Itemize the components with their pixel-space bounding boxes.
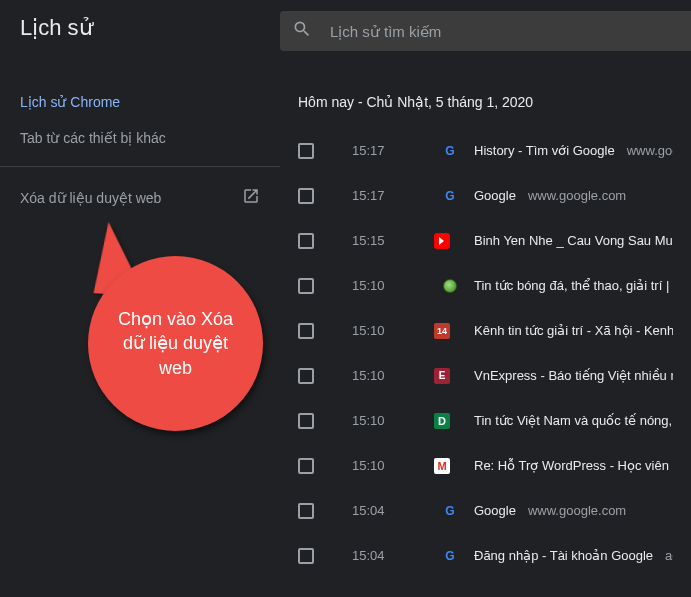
row-domain: www.google.com	[528, 188, 626, 203]
sidebar-separator	[0, 166, 280, 167]
sidebar-item-label: Tab từ các thiết bị khác	[20, 130, 166, 146]
history-row[interactable]: 15:10 14 Kênh tin tức giải trí - Xã hội …	[280, 308, 691, 353]
sidebar-item-label: Xóa dữ liệu duyệt web	[20, 190, 161, 206]
date-heading: Hôm nay - Chủ Nhật, 5 tháng 1, 2020	[280, 84, 691, 128]
favicon-clock-icon	[442, 278, 458, 294]
row-title: Đăng nhập - Tài khoản Google	[474, 548, 653, 563]
history-main: Hôm nay - Chủ Nhật, 5 tháng 1, 2020 15:1…	[280, 56, 691, 597]
row-title: Re: Hỗ Trợ WordPress - Học viên mã số	[474, 458, 673, 473]
row-time: 15:10	[352, 458, 442, 473]
row-checkbox[interactable]	[298, 278, 314, 294]
row-domain: account	[665, 548, 673, 563]
favicon-youtube-icon	[442, 233, 458, 249]
row-text: Google www.google.com	[474, 503, 626, 518]
row-title: VnExpress - Báo tiếng Việt nhiều người x	[474, 368, 673, 383]
callout-text: Chọn vào Xóa dữ liệu duyệt web	[108, 307, 243, 380]
page-title: Lịch sử	[0, 15, 280, 41]
annotation-callout: Chọn vào Xóa dữ liệu duyệt web	[88, 256, 263, 431]
row-domain: www.google.	[627, 143, 673, 158]
row-checkbox[interactable]	[298, 503, 314, 519]
row-checkbox[interactable]	[298, 323, 314, 339]
row-text: Re: Hỗ Trợ WordPress - Học viên mã số	[474, 458, 673, 473]
row-checkbox[interactable]	[298, 143, 314, 159]
row-text: Đăng nhập - Tài khoản Google account	[474, 548, 673, 563]
favicon-google-icon	[442, 548, 458, 564]
favicon-google-icon	[442, 188, 458, 204]
favicon-dan-icon: D	[442, 413, 458, 429]
row-text: Tin tức Việt Nam và quốc tế nóng, nhanh	[474, 413, 673, 428]
history-row[interactable]: 15:15 Binh Yen Nhe _ Cau Vong Sau Mua _ …	[280, 218, 691, 263]
row-text: Binh Yen Nhe _ Cau Vong Sau Mua _ Cao	[474, 233, 673, 248]
favicon-mail-icon	[442, 458, 458, 474]
history-row[interactable]: 15:10 E VnExpress - Báo tiếng Việt nhiều…	[280, 353, 691, 398]
history-row[interactable]: 15:10 D Tin tức Việt Nam và quốc tế nóng…	[280, 398, 691, 443]
open-new-icon	[242, 187, 260, 208]
history-row[interactable]: 15:10 Re: Hỗ Trợ WordPress - Học viên mã…	[280, 443, 691, 488]
row-checkbox[interactable]	[298, 413, 314, 429]
sidebar-item-label: Lịch sử Chrome	[20, 94, 120, 110]
top-bar: Lịch sử	[0, 0, 691, 56]
row-title: Google	[474, 503, 516, 518]
row-checkbox[interactable]	[298, 548, 314, 564]
history-row[interactable]: 15:10 Tin tức bóng đá, thể thao, giải tr…	[280, 263, 691, 308]
row-text: VnExpress - Báo tiếng Việt nhiều người x	[474, 368, 673, 383]
favicon-google-icon	[442, 143, 458, 159]
row-checkbox[interactable]	[298, 458, 314, 474]
sidebar-item-other-devices[interactable]: Tab từ các thiết bị khác	[0, 120, 280, 156]
search-container[interactable]	[280, 11, 691, 51]
search-icon	[292, 19, 312, 43]
sidebar-item-clear-data[interactable]: Xóa dữ liệu duyệt web	[0, 177, 280, 218]
row-title: History - Tìm với Google	[474, 143, 615, 158]
history-row[interactable]: 15:17 Google www.google.com	[280, 173, 691, 218]
row-checkbox[interactable]	[298, 188, 314, 204]
row-time: 15:10	[352, 278, 442, 293]
row-domain: www.google.com	[528, 503, 626, 518]
row-title: Kênh tin tức giải trí - Xã hội - Kenh14.…	[474, 323, 673, 338]
row-checkbox[interactable]	[298, 368, 314, 384]
row-time: 15:10	[352, 368, 442, 383]
row-text: Tin tức bóng đá, thể thao, giải trí | Đọ…	[474, 278, 673, 293]
row-time: 15:15	[352, 233, 442, 248]
row-time: 15:10	[352, 413, 442, 428]
history-row[interactable]: 15:04 Google www.google.com	[280, 488, 691, 533]
row-time: 15:17	[352, 188, 442, 203]
sidebar: Lịch sử Chrome Tab từ các thiết bị khác …	[0, 56, 280, 597]
row-text: Kênh tin tức giải trí - Xã hội - Kenh14.…	[474, 323, 673, 338]
row-title: Tin tức bóng đá, thể thao, giải trí | Đọ…	[474, 278, 673, 293]
row-title: Google	[474, 188, 516, 203]
history-row[interactable]: 15:04 Đăng nhập - Tài khoản Google accou…	[280, 533, 691, 578]
history-row[interactable]: 15:17 History - Tìm với Google www.googl…	[280, 128, 691, 173]
row-text: History - Tìm với Google www.google.	[474, 143, 673, 158]
row-title: Binh Yen Nhe _ Cau Vong Sau Mua _ Cao	[474, 233, 673, 248]
row-time: 15:04	[352, 548, 442, 563]
favicon-vne-icon: E	[442, 368, 458, 384]
sidebar-item-chrome-history[interactable]: Lịch sử Chrome	[0, 84, 280, 120]
row-time: 15:10	[352, 323, 442, 338]
row-text: Google www.google.com	[474, 188, 626, 203]
row-time: 15:17	[352, 143, 442, 158]
row-checkbox[interactable]	[298, 233, 314, 249]
favicon-google-icon	[442, 503, 458, 519]
favicon-k14-icon: 14	[442, 323, 458, 339]
search-input[interactable]	[330, 23, 679, 40]
row-title: Tin tức Việt Nam và quốc tế nóng, nhanh	[474, 413, 673, 428]
row-time: 15:04	[352, 503, 442, 518]
history-list: 15:17 History - Tìm với Google www.googl…	[280, 128, 691, 578]
